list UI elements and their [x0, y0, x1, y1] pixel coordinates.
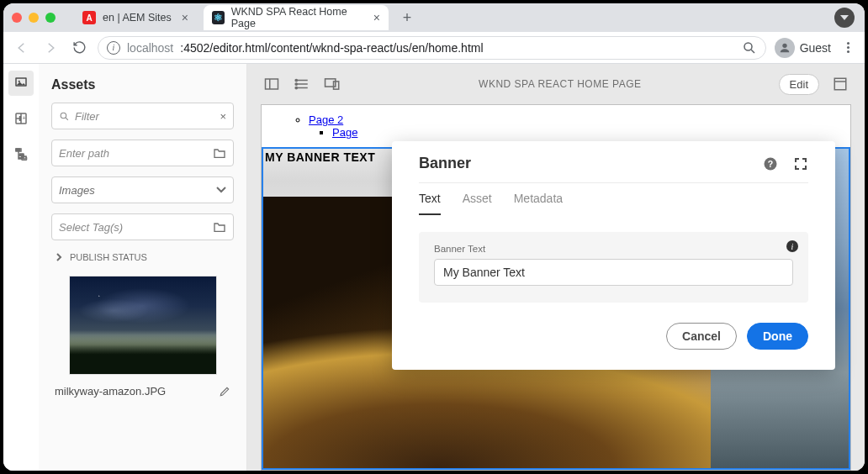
window-close-button[interactable] [12, 13, 22, 23]
page-info-button[interactable] [293, 75, 311, 93]
site-info-icon[interactable]: i [107, 41, 120, 55]
rail-assets-button[interactable] [8, 71, 34, 96]
toggle-side-panel-button[interactable] [262, 75, 281, 93]
avatar-icon [775, 38, 795, 58]
svg-point-13 [295, 83, 297, 85]
svg-rect-11 [266, 79, 278, 89]
svg-point-12 [295, 79, 297, 81]
edit-asset-icon[interactable] [219, 386, 230, 398]
field-info-icon[interactable]: i [786, 240, 798, 252]
nav-reload-button[interactable] [69, 38, 89, 58]
dialog-title: Banner [419, 155, 471, 172]
dialog-tabs: Text Asset Metadata [392, 183, 835, 215]
mode-edit-button[interactable]: Edit [779, 74, 819, 95]
window-maximize-button[interactable] [45, 13, 56, 23]
profile-label: Guest [800, 41, 831, 55]
close-tab-icon[interactable]: × [182, 11, 188, 24]
assets-tags-select[interactable]: Select Tag(s) [51, 213, 234, 240]
svg-rect-16 [334, 82, 339, 89]
rail-components-button[interactable]: + [8, 106, 34, 131]
asset-thumbnail[interactable] [69, 276, 217, 375]
svg-point-1 [782, 43, 786, 47]
editor-left-rail: + [3, 64, 39, 471]
chevron-right-icon [55, 253, 63, 261]
browser-tab-wknd-spa[interactable]: ⚛ WKND SPA React Home Page × [204, 5, 389, 30]
banner-text-overlay: MY BANNER TEXT [265, 150, 375, 164]
publish-status-label: PUBLISH STATUS [70, 252, 147, 262]
svg-rect-7 [15, 148, 20, 151]
side-panel-heading: Assets [51, 77, 234, 92]
window-traffic-lights [12, 13, 56, 23]
nav-link-page2[interactable]: Page 2 [309, 113, 343, 126]
url-bar[interactable]: i localhost:4502/editor.html/content/wkn… [98, 36, 766, 60]
url-host: localhost [127, 41, 173, 55]
favicon-adobe-icon: A [82, 11, 96, 24]
done-button[interactable]: Done [747, 323, 808, 350]
window-menu-button[interactable] [834, 8, 855, 28]
dialog-form-section: i Banner Text [419, 232, 808, 303]
new-tab-button[interactable]: + [395, 5, 419, 30]
path-placeholder: Enter path [59, 147, 208, 160]
clear-filter-icon[interactable]: × [220, 110, 226, 123]
svg-point-4 [19, 81, 20, 82]
dialog-tab-metadata[interactable]: Metadata [514, 192, 563, 215]
dialog-fullscreen-icon[interactable] [793, 156, 808, 171]
svg-rect-17 [834, 78, 846, 90]
window-minimize-button[interactable] [29, 13, 39, 23]
profile-button[interactable]: Guest [775, 38, 831, 58]
svg-point-14 [295, 87, 297, 88]
asset-filename: milkyway-amazon.JPG [55, 385, 166, 398]
chevron-down-icon [216, 187, 226, 193]
assets-filter-input[interactable]: Filter × [51, 103, 234, 129]
page-properties-icon[interactable] [831, 75, 849, 93]
nav-forward-button[interactable] [40, 38, 61, 58]
dialog-tab-text[interactable]: Text [419, 192, 441, 215]
svg-point-10 [61, 113, 66, 118]
banner-text-input[interactable] [434, 259, 793, 286]
nav-link-list: Page 2 Page [262, 105, 850, 144]
dialog-tab-asset[interactable]: Asset [463, 192, 492, 215]
publish-status-toggle[interactable]: PUBLISH STATUS [51, 250, 234, 266]
search-in-page-icon[interactable] [742, 40, 757, 55]
filter-placeholder: Filter [75, 110, 214, 123]
dialog-help-icon[interactable]: ? [763, 156, 778, 171]
emulator-button[interactable] [323, 75, 341, 93]
browser-menu-button[interactable] [839, 40, 856, 56]
url-path: :4502/editor.html/content/wknd-spa-react… [180, 41, 483, 55]
close-tab-icon[interactable]: × [373, 11, 380, 24]
svg-point-0 [744, 43, 752, 50]
tags-placeholder: Select Tag(s) [59, 221, 208, 234]
assets-side-panel: Assets Filter × Enter path Images Select… [39, 64, 247, 471]
assets-type-select[interactable]: Images [51, 176, 234, 203]
svg-text:+: + [23, 114, 27, 122]
rail-content-tree-button[interactable] [8, 141, 34, 166]
search-icon [59, 111, 70, 122]
svg-rect-8 [19, 153, 24, 156]
banner-text-label: Banner Text [434, 244, 793, 254]
browse-folder-icon[interactable] [213, 147, 226, 159]
type-selected: Images [59, 184, 211, 197]
editor-page-title: WKND SPA REACT HOME PAGE [353, 78, 767, 90]
browser-tab-aem-sites[interactable]: A en | AEM Sites × [74, 5, 197, 30]
nav-link-page3[interactable]: Page [332, 126, 357, 139]
browser-tab-strip: A en | AEM Sites × ⚛ WKND SPA React Home… [3, 3, 865, 32]
editor-top-toolbar: WKND SPA REACT HOME PAGE Edit [257, 66, 855, 103]
nav-back-button[interactable] [12, 38, 32, 58]
browser-toolbar: i localhost:4502/editor.html/content/wkn… [3, 32, 865, 64]
component-dialog: Banner ? Text Asset Metadata i [392, 141, 835, 370]
svg-text:?: ? [768, 158, 773, 168]
cancel-button[interactable]: Cancel [666, 323, 737, 350]
browse-folder-icon[interactable] [213, 221, 226, 233]
tab-label: en | AEM Sites [103, 12, 172, 24]
favicon-react-icon: ⚛ [212, 11, 225, 24]
assets-path-input[interactable]: Enter path [51, 140, 234, 166]
tab-label: WKND SPA React Home Page [231, 6, 363, 29]
